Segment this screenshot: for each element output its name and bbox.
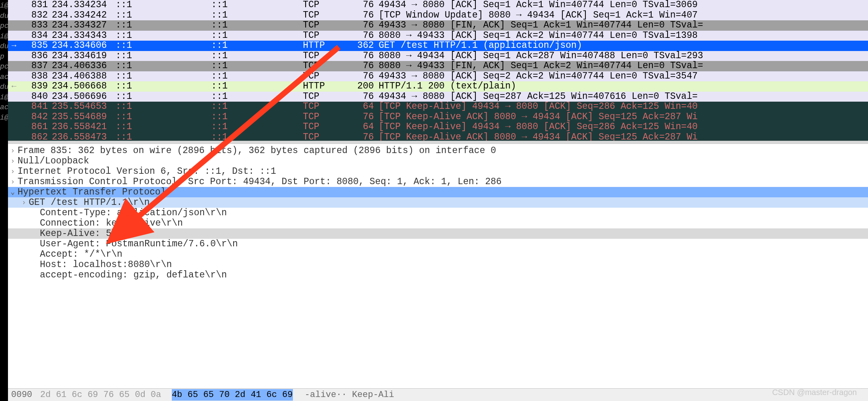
packet-col-protocol: TCP	[303, 102, 343, 112]
tree-row[interactable]: Host: localhost:8080\r\n	[8, 259, 868, 270]
packet-col-no: 837	[20, 61, 52, 71]
packet-row[interactable]: 840234.506696::1::1TCP7649434 → 8080 [AC…	[8, 92, 868, 102]
terminal-gutter: i@dupci@duppcacdui@ac i@	[0, 0, 8, 401]
tree-row[interactable]: Accept: */*\r\n	[8, 249, 868, 259]
packet-col-destination: ::1	[211, 10, 303, 21]
watermark-text: CSDN @master-dragon	[772, 388, 857, 397]
packet-col-source: ::1	[116, 10, 211, 21]
packet-marker-icon	[8, 71, 20, 82]
tree-label: Connection: keep-alive\r\n	[40, 218, 183, 228]
packet-row[interactable]: 838234.406388::1::1TCP7649433 → 8080 [AC…	[8, 71, 868, 82]
tree-row[interactable]: accept-encoding: gzip, deflate\r\n	[8, 270, 868, 280]
packet-col-source: ::1	[116, 112, 211, 122]
disclosure-open-icon[interactable]: ⌄	[8, 187, 18, 197]
packet-col-protocol: TCP	[303, 0, 343, 10]
packet-col-protocol: TCP	[303, 92, 343, 102]
packet-marker-icon	[8, 0, 20, 10]
packet-col-time: 234.406336	[52, 61, 116, 71]
packet-col-time: 234.334242	[52, 10, 116, 21]
packet-marker-icon	[8, 132, 20, 143]
packet-row[interactable]: ←839234.506668::1::1HTTP200HTTP/1.1 200 …	[8, 81, 868, 92]
packet-col-no: 840	[20, 92, 52, 102]
tree-row[interactable]: ›GET /test HTTP/1.1\r\n	[8, 197, 868, 208]
tree-row[interactable]: ›Null/Loopback	[8, 156, 868, 166]
tree-row[interactable]: ›Transmission Control Protocol, Src Port…	[8, 177, 868, 187]
packet-col-time: 234.334606	[52, 41, 116, 51]
packet-col-protocol: TCP	[303, 51, 343, 61]
packet-col-no: 831	[20, 0, 52, 10]
packet-col-source: ::1	[116, 122, 211, 132]
packet-col-protocol: TCP	[303, 132, 343, 143]
packet-col-no: 842	[20, 112, 52, 122]
disclosure-closed-icon[interactable]: ›	[8, 166, 18, 177]
packet-col-no: 834	[20, 31, 52, 41]
packet-list-pane[interactable]: 831234.334234::1::1TCP7649434 → 8080 [AC…	[8, 0, 868, 143]
packet-col-source: ::1	[116, 61, 211, 71]
packet-row[interactable]: 842235.554689::1::1TCP76[TCP Keep-Alive …	[8, 112, 868, 122]
packet-row[interactable]: 834234.334343::1::1TCP768080 → 49433 [AC…	[8, 31, 868, 41]
packet-col-destination: ::1	[211, 41, 303, 51]
packet-col-info: HTTP/1.1 200 (text/plain)	[379, 81, 868, 92]
tree-row[interactable]: Keep-Alive: 5\r\n	[8, 228, 868, 239]
tree-row[interactable]: Content-Type: application/json\r\n	[8, 208, 868, 218]
packet-col-destination: ::1	[211, 0, 303, 10]
packet-col-info: [TCP Keep-Alive] 49434 → 8080 [ACK] Seq=…	[379, 102, 868, 112]
packet-col-protocol: TCP	[303, 20, 343, 31]
disclosure-closed-icon[interactable]: ›	[8, 145, 18, 156]
packet-col-info: [TCP Window Update] 8080 → 49434 [ACK] S…	[379, 10, 868, 21]
packet-col-source: ::1	[116, 51, 211, 61]
tree-row[interactable]: ›Frame 835: 362 bytes on wire (2896 bits…	[8, 145, 868, 156]
packet-marker-icon	[8, 61, 20, 71]
packet-row[interactable]: 837234.406336::1::1TCP768080 → 49433 [FI…	[8, 61, 868, 71]
tree-row[interactable]: ⌄Hypertext Transfer Protocol	[8, 187, 868, 197]
packet-col-info: 49434 → 8080 [ACK] Seq=287 Ack=125 Win=4…	[379, 92, 868, 102]
packet-col-no: 838	[20, 71, 52, 82]
packet-row[interactable]: →835234.334606::1::1HTTP362GET /test HTT…	[8, 41, 868, 51]
tree-label: Keep-Alive: 5\r\n	[40, 228, 134, 239]
packet-col-source: ::1	[116, 0, 211, 10]
tree-label: Content-Type: application/json\r\n	[40, 208, 227, 218]
packet-row[interactable]: 862236.558473::1::1TCP76[TCP Keep-Alive …	[8, 132, 868, 143]
packet-col-source: ::1	[116, 92, 211, 102]
packet-col-time: 234.334234	[52, 0, 116, 10]
packet-col-source: ::1	[116, 41, 211, 51]
packet-row[interactable]: 833234.334327::1::1TCP7649433 → 8080 [FI…	[8, 20, 868, 31]
packet-col-length: 64	[343, 102, 379, 112]
packet-col-length: 76	[343, 61, 379, 71]
packet-row[interactable]: 841235.554653::1::1TCP64[TCP Keep-Alive]…	[8, 102, 868, 112]
packet-col-length: 200	[343, 81, 379, 92]
hex-bytes-dim: 2d 61 6c 69 76 65 0d 0a	[40, 390, 172, 400]
disclosure-closed-icon[interactable]: ›	[8, 156, 18, 166]
packet-col-length: 76	[343, 71, 379, 82]
packet-row[interactable]: 832234.334242::1::1TCP76[TCP Window Upda…	[8, 10, 868, 21]
tree-row[interactable]: User-Agent: PostmanRuntime/7.6.0\r\n	[8, 239, 868, 249]
packet-col-time: 234.506696	[52, 92, 116, 102]
packet-marker-icon	[8, 20, 20, 31]
packet-col-protocol: TCP	[303, 112, 343, 122]
disclosure-closed-icon[interactable]: ›	[8, 177, 18, 187]
packet-row[interactable]: 861236.558421::1::1TCP64[TCP Keep-Alive]…	[8, 122, 868, 132]
packet-col-time: 234.334619	[52, 51, 116, 61]
packet-marker-icon: →	[8, 41, 20, 51]
packet-col-time: 234.406388	[52, 71, 116, 82]
tree-label: Host: localhost:8080\r\n	[40, 259, 172, 270]
hex-bytes-selected: 4b 65 65 70 2d 41 6c 69	[172, 389, 293, 401]
packet-col-info: 8080 → 49434 [ACK] Seq=1 Ack=287 Win=407…	[379, 51, 868, 61]
packet-col-no: 833	[20, 20, 52, 31]
packet-marker-icon: ←	[8, 81, 20, 92]
packet-col-source: ::1	[116, 102, 211, 112]
hex-dump-bar[interactable]: 0090 2d 61 6c 69 76 65 0d 0a 4b 65 65 70…	[8, 388, 868, 401]
tree-row[interactable]: Connection: keep-alive\r\n	[8, 218, 868, 228]
disclosure-closed-icon[interactable]: ›	[19, 197, 29, 208]
packet-marker-icon	[8, 102, 20, 112]
tree-label: Hypertext Transfer Protocol	[18, 187, 166, 197]
packet-row[interactable]: 836234.334619::1::1TCP768080 → 49434 [AC…	[8, 51, 868, 61]
packet-details-pane[interactable]: ›Frame 835: 362 bytes on wire (2896 bits…	[8, 143, 868, 388]
packet-col-length: 64	[343, 122, 379, 132]
packet-row[interactable]: 831234.334234::1::1TCP7649434 → 8080 [AC…	[8, 0, 868, 10]
packet-col-time: 235.554653	[52, 102, 116, 112]
packet-marker-icon	[8, 112, 20, 122]
tree-row[interactable]: ›Internet Protocol Version 6, Src: ::1, …	[8, 166, 868, 177]
packet-col-info: GET /test HTTP/1.1 (application/json)	[379, 41, 868, 51]
hex-offset: 0090	[11, 390, 32, 400]
